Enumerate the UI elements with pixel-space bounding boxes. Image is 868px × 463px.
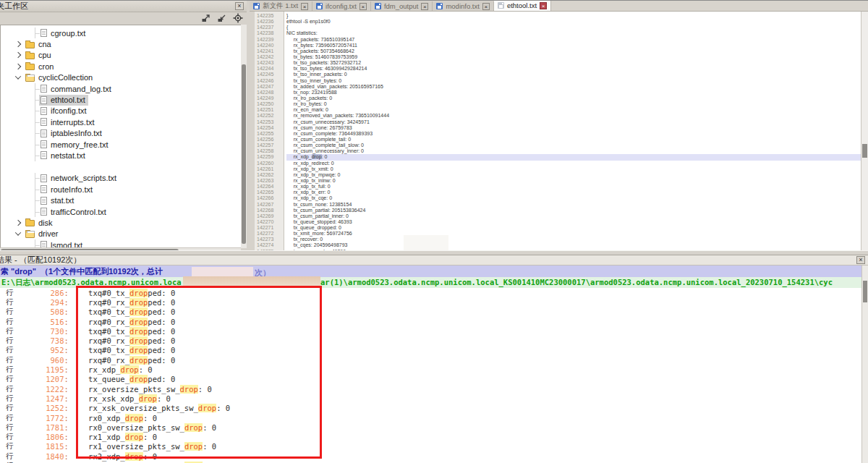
tab[interactable]: 新文件 1.txt ×: [250, 1, 312, 11]
result-row[interactable]: 行 738 : rxq#0_rx_dropped: 0: [0, 336, 861, 345]
code-line[interactable]: rx_csum_complete_tail: 0: [286, 137, 861, 143]
code-line[interactable]: tx_nop: 232419588: [286, 90, 861, 95]
code-line[interactable]: }: [286, 13, 861, 19]
tree-item[interactable]: netstat.txt: [1, 150, 241, 161]
results-vertical-scrollbar[interactable]: [861, 266, 868, 463]
tab-close-icon[interactable]: ×: [359, 3, 367, 10]
code-line[interactable]: {: [286, 25, 861, 30]
code-line[interactable]: tx_tso_packets: 35272932712: [286, 60, 861, 66]
results-list[interactable]: 行 286 : txq#0_tx_dropped: 0 行 294 : rxq#…: [0, 288, 861, 463]
tree-item[interactable]: command_log.txt: [1, 83, 241, 94]
code-line[interactable]: NIC statistics:: [286, 30, 861, 36]
tree-item[interactable]: ifconfig.txt: [1, 106, 241, 116]
result-row[interactable]: 行 1806 : rx1_xdp_drop: 0: [0, 432, 861, 441]
code-line[interactable]: rx_xdp_tx_mpwqe: 0: [286, 172, 861, 178]
search-summary-line[interactable]: 索 "drop" （1个文件中匹配到10192次，总计: [0, 266, 868, 277]
code-line[interactable]: rx_xdp_tx_err: 0: [286, 190, 861, 195]
result-row[interactable]: 行 1781 : rx0_oversize_pkts_sw_drop: 0: [0, 422, 861, 432]
tab[interactable]: fdm_output ×: [371, 1, 433, 11]
result-row[interactable]: 行 1840 : rx2_xdp_drop: 0: [0, 451, 861, 461]
code-line[interactable]: tx_packets: 507354668642: [286, 48, 861, 54]
tab[interactable]: ethtool.txt ×: [494, 0, 551, 11]
result-row[interactable]: 行 730 : txq#0_tx_dropped: 0: [0, 326, 861, 336]
locate-current-file-icon[interactable]: [233, 13, 243, 23]
code-line[interactable]: rx_csum_none: 26759783: [286, 125, 861, 131]
scrollbar-thumb[interactable]: [242, 64, 246, 244]
code-line[interactable]: rx_bytes: 735960572057411: [286, 43, 861, 48]
tab-close-icon[interactable]: ×: [421, 3, 428, 10]
code-line[interactable]: rx_packets: 736510395147: [286, 37, 861, 43]
code-line[interactable]: rx_lro_packets: 0: [286, 95, 861, 101]
code-line[interactable]: rx_csum_complete_tail_slow: 0: [286, 143, 861, 148]
result-row[interactable]: 行 294 : rxq#0_rx_dropped: 0: [0, 297, 861, 307]
code-line[interactable]: tx_tso_bytes: 463099429284214: [286, 66, 861, 72]
result-row[interactable]: 行 960 : rxq#0_rx_dropped: 0: [0, 355, 861, 365]
scrollbar-thumb[interactable]: [863, 281, 867, 302]
tree-item[interactable]: trafficControl.txt: [1, 206, 241, 217]
collapse-all-icon[interactable]: [217, 13, 227, 23]
chevron-icon[interactable]: [15, 220, 21, 226]
code-area[interactable]: }ethtool -S enp1s0f0{NIC statistics: rx_…: [286, 12, 861, 250]
result-row[interactable]: 行 952 : txq#0_tx_dropped: 0: [0, 346, 861, 355]
code-line[interactable]: rx_csum_unnecessary_inner: 0: [286, 148, 861, 154]
result-row[interactable]: 行 1207 : tx_queue_dropped: 0: [0, 375, 861, 384]
chevron-icon[interactable]: [15, 64, 21, 69]
result-row[interactable]: 行 1222 : rx_oversize_pkts_sw_drop: 0: [0, 384, 861, 394]
result-row[interactable]: 行 286 : txq#0_tx_dropped: 0: [0, 288, 861, 297]
tree-item[interactable]: routeInfo.txt: [1, 184, 241, 195]
tab[interactable]: ifconfig.txt ×: [312, 1, 371, 11]
code-line[interactable]: tx_tso_inner_bytes: 0: [286, 78, 861, 84]
tree-item[interactable]: cron: [1, 61, 241, 72]
tab-close-icon[interactable]: ×: [482, 3, 490, 10]
code-line[interactable]: rx_removed_vlan_packets: 736510091444: [286, 113, 861, 119]
code-line[interactable]: ethtool -S enp1s0f0: [286, 19, 861, 25]
tree-item[interactable]: ethtool.txt: [1, 94, 241, 105]
results-close-icon[interactable]: ×: [856, 256, 865, 264]
tab-close-icon[interactable]: ×: [301, 3, 308, 10]
result-row[interactable]: 行 1195 : rx_xdp_drop: 0: [0, 365, 861, 374]
result-row[interactable]: 行 1815 : rx1_oversize_pkts_sw_drop: 0: [0, 442, 861, 451]
tab-close-icon[interactable]: ×: [540, 2, 547, 9]
code-line[interactable]: rx_ecn_mark: 0: [286, 107, 861, 113]
code-line[interactable]: rx_csum_unnecessary: 34245971: [286, 119, 861, 125]
code-line[interactable]: tx_added_vlan_packets: 205165957165: [286, 84, 861, 90]
code-line[interactable]: rx_csum_complete: 736449389393: [286, 131, 861, 137]
code-line[interactable]: tx_csum_partial_inner: 0: [286, 213, 861, 219]
horizontal-splitter[interactable]: [0, 250, 868, 255]
code-line[interactable]: tx_xmit_more: 569724756: [286, 231, 861, 237]
chevron-icon[interactable]: [15, 41, 21, 47]
chevron-icon[interactable]: [15, 52, 21, 58]
code-line[interactable]: rx_xdp_drop: 0: [286, 154, 861, 160]
tree-item[interactable]: cna: [1, 38, 241, 49]
code-line[interactable]: tx_tso_inner_packets: 0: [286, 72, 861, 77]
code-line[interactable]: rx_xdp_tx_cqe: 0: [286, 195, 861, 201]
tree-item[interactable]: cyclicCollection: [1, 72, 241, 83]
result-row[interactable]: 行 1252 : rx_xsk_oversize_pkts_sw_drop: 0: [0, 404, 861, 413]
code-line[interactable]: rx_xdp_tx_full: 0: [286, 184, 861, 190]
tree-item[interactable]: stat.txt: [1, 195, 241, 205]
tree-item[interactable]: interrupts.txt: [1, 116, 241, 127]
code-line[interactable]: tx_recover: 0: [286, 237, 861, 242]
chevron-icon[interactable]: [15, 230, 21, 236]
editor-vertical-scrollbar[interactable]: [861, 12, 868, 250]
code-line[interactable]: tx_bytes: 514607839753959: [286, 54, 861, 60]
expand-all-icon[interactable]: [201, 13, 211, 23]
editor-pane[interactable]: 1422351422361422371422381422391422401422…: [255, 12, 861, 250]
code-line[interactable]: rx_xdp_tx_xmit: 0: [286, 166, 861, 172]
result-row[interactable]: 行 1247 : rx_xsk_xdp_drop: 0: [0, 394, 861, 403]
code-line[interactable]: tx_csum_partial: 205153836424: [286, 208, 861, 213]
code-line[interactable]: tx_queue_stopped: 46393: [286, 219, 861, 225]
tree-item[interactable]: memory_free.txt: [1, 139, 241, 150]
code-line[interactable]: rx_lro_bytes: 0: [286, 101, 861, 107]
tree-item[interactable]: disk: [1, 217, 241, 228]
tree-item[interactable]: cgroup.txt: [1, 27, 241, 38]
workspace-close-icon[interactable]: ×: [235, 2, 244, 10]
code-line[interactable]: rx_xdp_tx_inlnw: 0: [286, 178, 861, 184]
scrollbar-thumb[interactable]: [862, 144, 867, 158]
chevron-icon[interactable]: [15, 74, 21, 80]
code-line[interactable]: rx_xdp_redirect: 0: [286, 161, 861, 166]
code-line[interactable]: tx_queue_dropped: 0: [286, 225, 861, 231]
tree-item[interactable]: network_scripts.txt: [1, 173, 241, 184]
code-line[interactable]: tx_cqes: 204596498793: [286, 242, 861, 248]
result-row[interactable]: 行 1772 : rx0_xdp_drop: 0: [0, 413, 861, 422]
